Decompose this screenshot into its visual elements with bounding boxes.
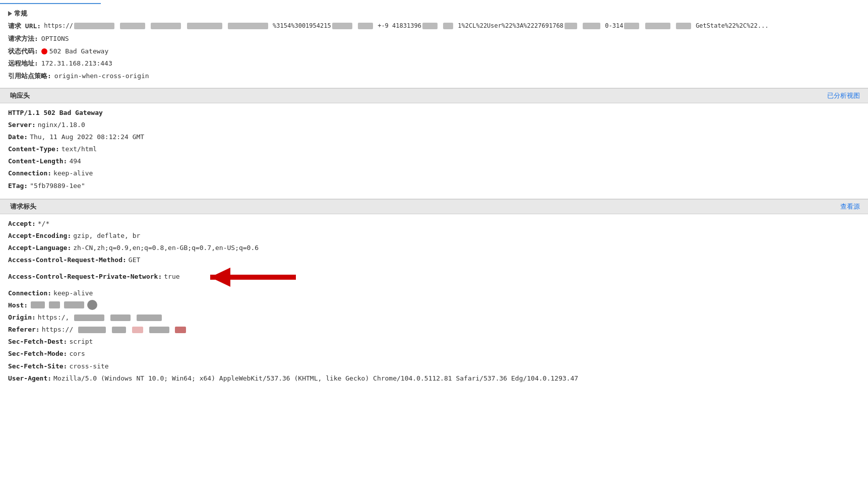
referer-blur-5 (175, 327, 186, 333)
req-header-sec-fetch-site-value: cross-site (69, 361, 108, 372)
remote-address-row: 远程地址: 172.31.168.213:443 (8, 58, 860, 69)
req-header-acrm-value: GET (129, 255, 140, 266)
response-header-name-5: Connection: (8, 168, 51, 179)
request-headers-title: 请求标头 (8, 202, 36, 211)
req-header-user-agent-value: Mozilla/5.0 (Windows NT 10.0; Win64; x64… (53, 373, 578, 384)
request-headers-divider: 请求标头 查看源 (0, 199, 868, 214)
req-header-acrm-name: Access-Control-Request-Method: (8, 255, 127, 266)
url-blur-4 (187, 23, 222, 29)
referrer-policy-value: origin-when-cross-origin (54, 71, 149, 82)
response-header-name-6: ETag: (8, 180, 28, 192)
status-code-row: 状态代码: 502 Bad Gateway (8, 46, 860, 57)
req-header-host: Host: (8, 300, 860, 311)
request-method-row: 请求方法: OPTIONS (8, 34, 860, 44)
origin-blur-3 (137, 314, 162, 321)
response-header-row-1: Server: nginx/1.18.0 (8, 119, 860, 131)
response-header-name-0: HTTP/1.1 502 Bad Gateway (8, 107, 103, 118)
response-headers-divider: 响应头 已分析视图 (0, 88, 868, 103)
req-header-connection-value: keep-alive (53, 288, 93, 299)
general-title: 常规 (14, 9, 27, 18)
referer-blur-3 (132, 327, 143, 333)
remote-address-label: 远程地址: (8, 58, 38, 69)
host-blur-3 (64, 301, 84, 308)
req-header-accept-encoding-value: gzip, deflate, br (73, 230, 140, 241)
referer-blur-1 (78, 327, 106, 333)
response-header-value-6: "5fb79889-1ee" (30, 180, 85, 192)
req-header-acrpn-value: true (164, 271, 179, 282)
url-blur-11 (583, 23, 600, 29)
req-header-origin-value: https:/, (38, 312, 163, 323)
response-header-row-6: ETag: "5fb79889-1ee" (8, 180, 860, 192)
response-headers-title: 响应头 (8, 91, 30, 100)
url-blur-12 (624, 23, 639, 29)
req-header-accept-language: Accept-Language: zh-CN,zh;q=0.9,en;q=0.8… (8, 242, 860, 254)
response-header-row-3: Content-Type: text/html (8, 144, 860, 155)
request-headers-section: Accept: */* Accept-Encoding: gzip, defla… (0, 214, 868, 391)
req-header-referer: Referer: https:// (8, 324, 860, 335)
url-blur-6 (332, 23, 352, 29)
response-header-row-5: Connection: keep-alive (8, 168, 860, 179)
request-url-label: 请求 URL: (8, 21, 41, 32)
status-code-text: 502 Bad Gateway (49, 46, 108, 57)
request-url-value: https:// %3154%3001954215 +-9 41831396 1… (44, 21, 768, 31)
general-section: 常规 请求 URL: https:// %3154%3001954215 +-9… (0, 4, 868, 88)
url-blur-14 (676, 23, 691, 29)
req-header-accept-name: Accept: (8, 218, 36, 229)
response-header-value-4: 494 (69, 156, 81, 167)
req-header-referer-value: https:// (42, 324, 188, 335)
req-header-accept-encoding-name: Accept-Encoding: (8, 230, 71, 241)
referer-blur-4 (149, 327, 169, 333)
referer-blur-2 (112, 327, 126, 333)
response-header-value-3: text/html (61, 144, 97, 155)
req-header-user-agent: User-Agent: Mozilla/5.0 (Windows NT 10.0… (8, 373, 860, 384)
req-header-sec-fetch-mode-value: cors (69, 348, 85, 359)
request-headers-label: 请求标头 (10, 202, 36, 211)
svg-marker-1 (210, 268, 230, 287)
referrer-policy-label: 引用站点策略: (8, 71, 51, 82)
url-blur-10 (565, 23, 577, 29)
req-header-sec-fetch-mode: Sec-Fetch-Mode: cors (8, 348, 860, 359)
status-code-label: 状态代码: (8, 46, 38, 57)
req-header-sec-fetch-site: Sec-Fetch-Site: cross-site (8, 361, 860, 372)
req-header-accept-language-name: Accept-Language: (8, 242, 71, 254)
req-header-sec-fetch-dest-name: Sec-Fetch-Dest: (8, 336, 67, 347)
analyzed-view-link[interactable]: 已分析视图 (827, 91, 860, 100)
response-header-name-4: Content-Length: (8, 156, 67, 167)
req-header-sec-fetch-mode-name: Sec-Fetch-Mode: (8, 348, 67, 359)
triangle-icon (8, 11, 12, 16)
req-header-host-value (30, 300, 97, 310)
url-blur-8 (422, 23, 438, 29)
req-header-host-name: Host: (8, 300, 28, 311)
req-header-accept-language-value: zh-CN,zh;q=0.9,en;q=0.8,en-GB;q=0.7,en-U… (73, 242, 259, 254)
url-blur-13 (645, 23, 670, 29)
req-header-user-agent-name: User-Agent: (8, 373, 51, 384)
req-header-connection: Connection: keep-alive (8, 288, 860, 299)
request-method-value: OPTIONS (41, 34, 69, 44)
req-header-accept-encoding: Accept-Encoding: gzip, deflate, br (8, 230, 860, 241)
top-indicator-bar (0, 0, 101, 4)
origin-blur-2 (110, 314, 131, 321)
req-header-acrm: Access-Control-Request-Method: GET (8, 255, 860, 266)
request-url-row: 请求 URL: https:// %3154%3001954215 +-9 41… (8, 21, 860, 32)
response-header-row-0: HTTP/1.1 502 Bad Gateway (8, 107, 860, 118)
view-source-link[interactable]: 查看源 (840, 202, 860, 211)
red-arrow-icon (180, 267, 311, 287)
response-header-value-5: keep-alive (53, 168, 93, 179)
req-header-sec-fetch-site-name: Sec-Fetch-Site: (8, 361, 67, 372)
response-header-name-3: Content-Type: (8, 144, 59, 155)
response-header-row-2: Date: Thu, 11 Aug 2022 08:12:24 GMT (8, 132, 860, 143)
url-blur-7 (358, 23, 373, 29)
response-headers-section: HTTP/1.1 502 Bad Gateway Server: nginx/1… (0, 103, 868, 199)
req-header-connection-name: Connection: (8, 288, 51, 299)
response-header-row-4: Content-Length: 494 (8, 156, 860, 167)
req-header-accept: Accept: */* (8, 218, 860, 229)
req-header-referer-name: Referer: (8, 324, 40, 335)
status-code-value: 502 Bad Gateway (41, 46, 108, 57)
url-blur-9 (443, 23, 453, 29)
req-header-sec-fetch-dest-value: script (69, 336, 93, 347)
url-blur-3 (151, 23, 181, 29)
remote-address-value: 172.31.168.213:443 (41, 58, 112, 69)
response-headers-label: 响应头 (10, 91, 30, 100)
host-blob-icon (87, 300, 97, 310)
req-header-acrpn: Access-Control-Request-Private-Network: … (8, 267, 860, 287)
